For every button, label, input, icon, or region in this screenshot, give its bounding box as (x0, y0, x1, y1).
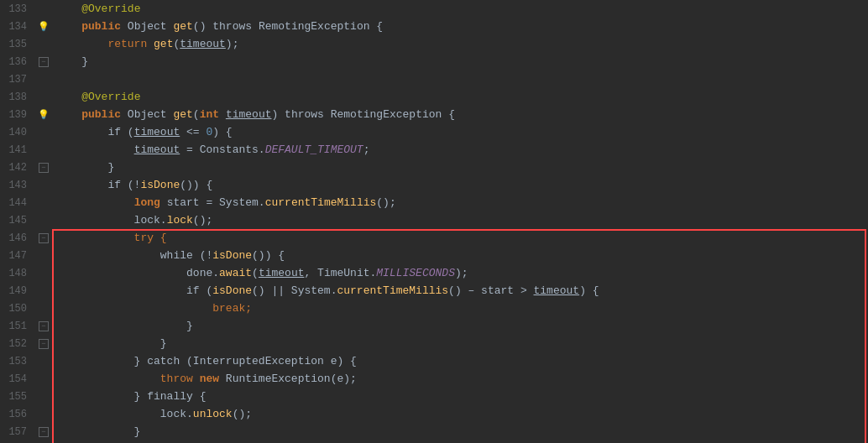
line-number: 157 (0, 426, 35, 438)
code-line: 141 timeout = Constants.DEFAULT_TIMEOUT; (0, 141, 868, 159)
code-line: 150 break; (0, 300, 868, 317)
line-gutter: − (35, 163, 52, 173)
line-gutter: 💡 (35, 109, 52, 120)
code-line: 156 lock.unlock(); (0, 405, 868, 423)
code-line: 133 @Override (0, 0, 868, 18)
line-number: 151 (0, 321, 35, 332)
line-content: } (52, 423, 868, 440)
line-number: 148 (0, 268, 35, 279)
line-content: throw new RuntimeException(e); (52, 370, 868, 388)
line-content (52, 70, 868, 88)
code-line: 147 while (!isDone()) { (0, 247, 868, 264)
code-line: 145 lock.lock(); (0, 211, 868, 229)
code-line: 148 done.await(timeout, TimeUnit.MILLISE… (0, 264, 868, 282)
line-number: 156 (0, 409, 35, 420)
fold-button[interactable]: − (39, 57, 49, 67)
line-number: 149 (0, 285, 35, 297)
line-content: } (52, 317, 868, 335)
line-number: 147 (0, 250, 35, 262)
code-line: 146− try { (0, 229, 868, 247)
line-number: 140 (0, 127, 35, 138)
line-content: } catch (InterruptedException e) { (52, 352, 868, 370)
line-gutter: − (35, 233, 52, 243)
line-content: @Override (52, 0, 868, 18)
line-number: 154 (0, 373, 35, 385)
line-gutter: − (35, 427, 52, 437)
line-number: 142 (0, 162, 35, 174)
line-number: 150 (0, 303, 35, 315)
line-number: 135 (0, 39, 35, 50)
line-number: 137 (0, 74, 35, 86)
line-number: 141 (0, 144, 35, 156)
code-line: 137 (0, 70, 868, 88)
line-content: long start = System.currentTimeMillis(); (52, 194, 868, 211)
fold-button[interactable]: − (39, 321, 49, 331)
line-content: break; (52, 300, 868, 317)
code-line: 157− } (0, 423, 868, 440)
code-line: 155 } finally { (0, 388, 868, 405)
code-line: 138 @Override (0, 88, 868, 106)
line-number: 153 (0, 356, 35, 367)
code-editor: 133 @Override134💡 public Object get() th… (0, 0, 868, 443)
line-gutter: − (35, 321, 52, 331)
line-gutter: 💡 (35, 21, 52, 32)
line-number: 134 (0, 21, 35, 33)
line-number: 143 (0, 180, 35, 191)
code-line: 143 if (!isDone()) { (0, 176, 868, 194)
code-line: 153 } catch (InterruptedException e) { (0, 352, 868, 370)
line-content: done.await(timeout, TimeUnit.MILLISECOND… (52, 264, 868, 282)
line-number: 155 (0, 391, 35, 403)
line-content: } (52, 159, 868, 176)
line-number: 152 (0, 338, 35, 350)
bulb-icon: 💡 (38, 21, 50, 32)
line-content: lock.unlock(); (52, 405, 868, 423)
line-number: 139 (0, 109, 35, 121)
line-content: } (52, 53, 868, 70)
line-gutter: − (35, 57, 52, 67)
code-line: 144 long start = System.currentTimeMilli… (0, 194, 868, 211)
bulb-icon: 💡 (38, 109, 50, 120)
code-line: 134💡 public Object get() throws Remoting… (0, 18, 868, 35)
line-content: } (52, 335, 868, 352)
fold-button[interactable]: − (39, 233, 49, 243)
code-line: 136− } (0, 53, 868, 70)
code-line: 139💡 public Object get(int timeout) thro… (0, 106, 868, 123)
code-line: 140 if (timeout <= 0) { (0, 123, 868, 141)
code-line: 154 throw new RuntimeException(e); (0, 370, 868, 388)
fold-button[interactable]: − (39, 339, 49, 349)
line-content: while (!isDone()) { (52, 247, 868, 264)
code-line: 135 return get(timeout); (0, 35, 868, 53)
line-number: 146 (0, 232, 35, 244)
line-number: 136 (0, 56, 35, 68)
code-line: 151− } (0, 317, 868, 335)
line-number: 145 (0, 215, 35, 227)
line-number: 144 (0, 197, 35, 209)
fold-button[interactable]: − (39, 427, 49, 437)
line-content: timeout = Constants.DEFAULT_TIMEOUT; (52, 141, 868, 159)
code-line: 142− } (0, 159, 868, 176)
line-content: if (timeout <= 0) { (52, 123, 868, 141)
line-content: @Override (52, 88, 868, 106)
code-lines: 133 @Override134💡 public Object get() th… (0, 0, 868, 443)
line-number: 138 (0, 91, 35, 103)
line-number: 133 (0, 3, 35, 15)
code-line: 152− } (0, 335, 868, 352)
line-content: if (!isDone()) { (52, 176, 868, 194)
line-content: public Object get(int timeout) throws Re… (52, 106, 868, 123)
line-content: public Object get() throws RemotingExcep… (52, 18, 868, 35)
line-content: try { (52, 229, 868, 247)
code-line: 149 if (isDone() || System.currentTimeMi… (0, 282, 868, 300)
fold-button[interactable]: − (39, 163, 49, 173)
line-content: if (isDone() || System.currentTimeMillis… (52, 282, 868, 300)
line-content: lock.lock(); (52, 211, 868, 229)
line-gutter: − (35, 339, 52, 349)
line-content: } finally { (52, 388, 868, 405)
line-content: return get(timeout); (52, 35, 868, 53)
